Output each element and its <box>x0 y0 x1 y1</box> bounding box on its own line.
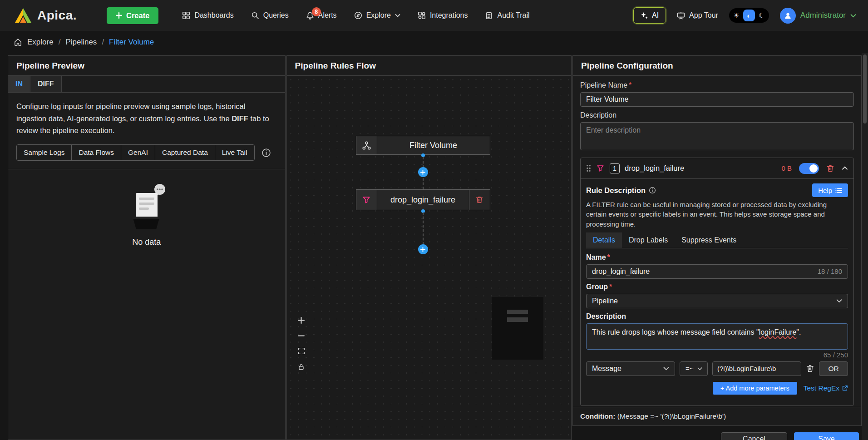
condition-label: Condition: <box>580 412 615 420</box>
grid-icon <box>182 11 190 20</box>
flow-node-rule[interactable]: drop_login_failure <box>356 189 490 210</box>
help-button[interactable]: Help <box>812 183 848 197</box>
param-value-input[interactable] <box>712 361 801 376</box>
or-button[interactable]: OR <box>819 361 848 376</box>
create-button[interactable]: Create <box>107 7 158 24</box>
drag-handle-icon[interactable] <box>586 164 591 172</box>
avatar <box>780 8 796 24</box>
nav-item-audit-trail[interactable]: Audit Trail <box>485 11 529 20</box>
edge-line <box>423 212 424 245</box>
param-operator-select[interactable]: =~ <box>680 361 708 376</box>
sample-logs-button[interactable]: Sample Logs <box>17 145 72 160</box>
flow-canvas[interactable]: Filter Volume drop_login_failure <box>287 76 571 440</box>
required-asterisk: * <box>609 283 612 291</box>
add-rule-button[interactable] <box>418 244 428 254</box>
tab-in[interactable]: IN <box>8 76 30 92</box>
delete-rule-node-button[interactable] <box>469 190 490 210</box>
pipeline-node-icon-cell <box>356 136 377 154</box>
person-icon <box>784 11 792 20</box>
cancel-button[interactable]: Cancel <box>721 432 787 440</box>
minimap-node <box>507 317 528 322</box>
rule-tabs: Details Drop Labels Suppress Events <box>586 232 848 248</box>
selected-value: Message <box>592 365 621 373</box>
breadcrumb-separator: / <box>59 38 61 47</box>
user-menu[interactable]: Administrator <box>780 8 856 24</box>
nav-label: Integrations <box>430 11 468 20</box>
rule-name-input[interactable] <box>592 267 814 276</box>
rule-header-actions: 0 B <box>781 163 848 174</box>
pipeline-description-input[interactable] <box>580 122 854 150</box>
breadcrumb-item-explore[interactable]: Explore <box>27 38 54 47</box>
flow-node-pipeline[interactable]: Filter Volume <box>356 136 490 155</box>
label-text: Group <box>586 283 608 291</box>
fit-view-button[interactable] <box>297 346 306 356</box>
presentation-icon <box>677 11 685 20</box>
genai-button[interactable]: GenAI <box>121 145 155 160</box>
filter-icon <box>362 195 371 204</box>
add-more-parameters-button[interactable]: + Add more parameters <box>713 382 797 395</box>
live-tail-button[interactable]: Live Tail <box>215 145 254 160</box>
preview-description: Configure log inputs for pipeline previe… <box>8 93 285 143</box>
ai-button-label: AI <box>652 11 659 20</box>
integrations-icon <box>418 11 426 20</box>
nav-item-dashboards[interactable]: Dashboards <box>182 11 233 20</box>
rule-group-select[interactable]: Pipeline <box>586 294 848 308</box>
rule-desc-label: Description <box>586 312 848 321</box>
app-tour-button[interactable]: App Tour <box>677 11 718 20</box>
collapse-rule-button[interactable] <box>842 166 848 170</box>
info-icon[interactable] <box>649 187 656 194</box>
theme-toggle: ☀ ◐ ☾ <box>729 8 769 23</box>
rule-card-header[interactable]: 1 drop_login_failure 0 B <box>581 158 853 179</box>
flow-minimap[interactable] <box>492 297 543 360</box>
tab-suppress-events[interactable]: Suppress Events <box>675 232 743 248</box>
breadcrumb-item-pipelines[interactable]: Pipelines <box>65 38 97 47</box>
scrollbar-thumb[interactable] <box>863 54 867 124</box>
zoom-in-button[interactable] <box>297 316 306 325</box>
nav-item-explore[interactable]: Explore <box>354 11 400 20</box>
brand-logo[interactable]: Apica. <box>14 7 77 24</box>
nav-label: Dashboards <box>194 11 233 20</box>
test-regex-link[interactable]: Test RegEx <box>804 384 848 392</box>
rule-desc-input[interactable]: This rule drops logs whose message field… <box>586 323 848 350</box>
delete-rule-button[interactable] <box>826 164 834 173</box>
data-flows-button[interactable]: Data Flows <box>72 145 121 160</box>
zoom-out-button[interactable] <box>297 331 306 340</box>
rule-enabled-toggle[interactable] <box>799 163 819 174</box>
nav-label: Explore <box>366 11 391 20</box>
condition-value: (Message =~ '(?i)\bLoginFailure\b') <box>615 412 726 420</box>
nav-item-integrations[interactable]: Integrations <box>418 11 468 20</box>
home-icon[interactable] <box>14 38 22 46</box>
info-icon[interactable] <box>261 148 271 158</box>
nav-item-alerts[interactable]: 8 Alerts <box>306 11 337 20</box>
pipeline-name-input[interactable] <box>580 92 854 107</box>
chevron-down-icon <box>836 299 842 303</box>
save-button[interactable]: Save <box>794 432 859 440</box>
rule-description-row: Rule Description Help <box>586 183 848 197</box>
theme-light-icon[interactable]: ☀ <box>730 10 742 21</box>
add-rule-button[interactable] <box>418 167 428 177</box>
nav-item-queries[interactable]: Queries <box>251 11 289 20</box>
tab-drop-labels[interactable]: Drop Labels <box>622 232 675 248</box>
lock-icon[interactable] <box>297 362 306 371</box>
clipboard-icon <box>485 11 493 20</box>
param-field-select[interactable]: Message <box>586 361 675 376</box>
empty-state: No data <box>8 169 285 247</box>
tab-diff[interactable]: DIFF <box>30 76 62 92</box>
rule-index-badge: 1 <box>610 163 620 173</box>
top-navbar: Apica. Create Dashboards Queries 8 Alert… <box>0 0 868 31</box>
no-data-illustration <box>116 181 177 232</box>
tab-details[interactable]: Details <box>586 232 622 248</box>
user-name: Administrator <box>800 11 846 20</box>
compass-icon <box>354 11 362 20</box>
theme-dark-icon[interactable]: ☾ <box>756 10 768 21</box>
ai-button[interactable]: AI <box>633 7 666 24</box>
rule-description-title: Rule Description <box>586 186 646 195</box>
pipeline-preview-panel: Pipeline Preview IN DIFF Configure log i… <box>8 55 286 440</box>
pipeline-configuration-panel: Pipeline Configuration Pipeline Name* De… <box>572 55 862 426</box>
selected-value: =~ <box>686 365 694 372</box>
captured-data-button[interactable]: Captured Data <box>155 145 215 160</box>
delete-param-button[interactable] <box>806 364 814 373</box>
theme-auto-icon[interactable]: ◐ <box>743 10 755 21</box>
label-text: Name <box>586 253 606 262</box>
app-tour-label: App Tour <box>689 11 718 20</box>
